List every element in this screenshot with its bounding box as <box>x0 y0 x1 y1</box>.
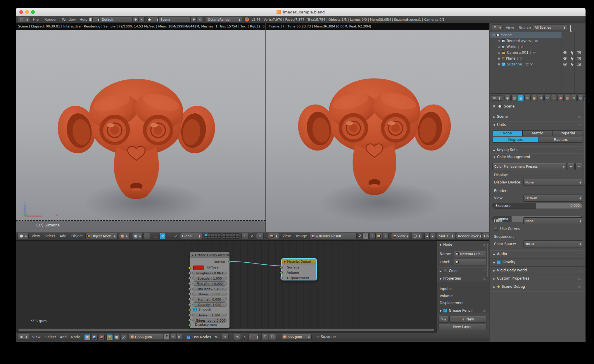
outliner-row-scene[interactable]: Scene <box>490 32 562 38</box>
socket-diffuse[interactable] <box>188 266 191 269</box>
screen-layout-select[interactable]: Default <box>100 17 132 22</box>
shader-context-buttons[interactable] <box>106 334 127 340</box>
image-menu-view[interactable]: View <box>282 234 291 238</box>
open-image-button[interactable] <box>375 233 382 239</box>
panel-units[interactable]: Units <box>493 123 583 127</box>
panel-grip-icon[interactable] <box>578 252 583 256</box>
editor-type-image-button[interactable] <box>268 233 279 239</box>
close-window-button[interactable] <box>19 10 23 14</box>
texture-nodes-button[interactable] <box>98 334 105 340</box>
manipulator-rotate-button[interactable]: ⌒ <box>166 233 172 239</box>
npanel-color-header[interactable]: Color <box>440 269 486 273</box>
render-engine-select[interactable]: OctaneRender <box>206 17 242 22</box>
socket-roughness[interactable] <box>188 272 191 274</box>
minimize-window-button[interactable] <box>25 10 29 14</box>
pin-image-button[interactable] <box>412 233 422 239</box>
expand-icon[interactable] <box>498 56 500 60</box>
shader-nodes-button[interactable] <box>84 334 91 340</box>
menu-render[interactable]: Render <box>44 18 57 22</box>
editor-type-node-button[interactable] <box>18 334 29 340</box>
search-icon[interactable] <box>570 26 571 31</box>
film-index-slider[interactable]: ‹Film Index:1.450› <box>192 287 227 291</box>
units-radians-button[interactable]: Radians <box>539 137 583 143</box>
outliner-filter-select[interactable]: All Scenes <box>533 25 567 30</box>
expand-icon[interactable] <box>498 62 500 66</box>
outliner-menu-view[interactable]: View <box>506 26 514 30</box>
editor-type-3d-button[interactable] <box>18 233 29 239</box>
menu-help[interactable]: Help <box>80 18 87 22</box>
zoom-window-button[interactable] <box>31 10 35 14</box>
node-editor-hscrollbar[interactable] <box>18 328 434 332</box>
tab-object[interactable]: ▣ <box>531 95 537 101</box>
parent-tree-button[interactable]: ⇧ <box>222 334 229 340</box>
outliner-row-world[interactable]: World | <box>490 44 562 50</box>
normal-slider[interactable]: ‹Normal:0.000› <box>192 297 227 301</box>
node-octane-glossy-material[interactable]: Octane Glossy Material OutMat Diffuse ‹R… <box>189 252 230 328</box>
socket-displacement[interactable] <box>188 324 191 327</box>
units-degrees-button[interactable]: Degrees <box>492 137 539 143</box>
pivot-select[interactable] <box>132 233 143 239</box>
panel-grip-icon[interactable] <box>578 115 583 119</box>
panel-grip-icon[interactable] <box>482 308 486 313</box>
orientation-select[interactable]: Global <box>180 233 202 239</box>
tab-material[interactable]: ● <box>557 95 564 101</box>
clipboard-group[interactable]: ⎘ ⎗ <box>261 334 276 340</box>
pin-icon[interactable]: ✛ <box>491 103 497 109</box>
outliner-row-camera[interactable]: Camera.001 | <box>490 50 562 56</box>
edges-round-slider[interactable]: ‹Edges round:0.000› <box>192 318 227 323</box>
copy-nodes-button[interactable]: ⎘ <box>261 334 268 340</box>
panel-keying-sets[interactable]: Keying Sets <box>493 148 583 152</box>
panel-grip-icon[interactable] <box>578 123 583 127</box>
grease-pencil-new-button[interactable]: New <box>449 316 486 323</box>
node-tree-select[interactable]: SSS gum <box>281 334 312 340</box>
view3d-menu-select[interactable]: Select <box>44 234 55 238</box>
cm-presets-select[interactable]: Color Management Presets <box>492 163 567 170</box>
npanel-grease-pencil-header[interactable]: Grease Pencil <box>440 308 486 313</box>
socket-surface[interactable] <box>280 266 283 269</box>
socket-displacement-in[interactable] <box>280 277 283 279</box>
panel-gravity[interactable]: Gravity <box>493 260 583 264</box>
cm-use-curves-row[interactable]: Use Curves <box>494 227 520 231</box>
panel-rigid-body-world[interactable]: Rigid Body World <box>493 268 583 272</box>
viewport-3d-canvas[interactable]: z y x (37) Suzanne <box>16 30 265 232</box>
properties-tabs[interactable]: ◉ ▤ ◎ ⊕ ▣ ⊗ ⚒ ▽ ● ▦ ✳ ◍ <box>505 95 583 101</box>
cm-colorspace-select[interactable]: sRGB <box>523 240 583 247</box>
smooth-row[interactable]: Smooth <box>193 308 211 311</box>
slot-select[interactable]: Slot 1 <box>437 233 455 239</box>
image-editor-canvas[interactable] <box>266 30 489 232</box>
socket-outmat[interactable] <box>228 260 231 263</box>
socket-edges-round[interactable] <box>188 319 191 322</box>
material-add-button[interactable] <box>170 334 176 340</box>
editor-type-outliner-button[interactable]: ☰ <box>492 25 503 30</box>
snap-toggle[interactable]: ∩ <box>249 233 255 239</box>
view3d-menu-object[interactable]: Object <box>71 234 83 238</box>
units-imperial-button[interactable]: Imperial <box>553 130 583 136</box>
tree-type-buttons[interactable] <box>84 334 105 340</box>
socket-opacity[interactable] <box>188 303 191 306</box>
line-style-button[interactable] <box>120 334 127 340</box>
units-system-buttons[interactable]: None Metric Imperial <box>492 130 583 136</box>
tab-texture[interactable]: ▦ <box>564 95 570 101</box>
opacity-slider[interactable]: ‹Opacity:1.000› <box>192 302 227 307</box>
npanel-name-field[interactable]: Material Out... <box>454 251 486 257</box>
panel-grip-icon[interactable] <box>578 268 583 272</box>
material-fake-user-toggle[interactable]: F <box>164 334 170 340</box>
color-checkbox[interactable] <box>443 269 447 273</box>
roughness-slider[interactable]: ‹Roughness:0.063› <box>192 271 227 275</box>
npanel-node-header[interactable]: Node <box>440 242 486 247</box>
panel-grip-icon[interactable] <box>578 276 583 280</box>
add-scene-button[interactable] <box>191 17 197 22</box>
use-nodes-checkbox[interactable] <box>187 335 190 339</box>
socket-normal[interactable] <box>188 298 191 301</box>
tab-particles[interactable]: ✳ <box>571 95 577 101</box>
image-select[interactable]: Render Result <box>310 233 357 239</box>
snap-toggle-button[interactable]: ∩ <box>241 334 248 340</box>
compositing-nodes-button[interactable] <box>91 334 98 340</box>
lock-to-scene-toggle[interactable]: ⚿ <box>241 233 248 239</box>
tab-render[interactable]: ◉ <box>505 95 511 101</box>
grease-pencil-new-layer-button[interactable]: New Layer <box>438 324 486 330</box>
expand-icon[interactable] <box>498 45 500 49</box>
outliner-row-renderlayers[interactable]: RenderLayers | <box>490 38 562 44</box>
scene-select[interactable]: Scene <box>158 17 191 22</box>
scene-icon-button[interactable] <box>148 17 158 22</box>
